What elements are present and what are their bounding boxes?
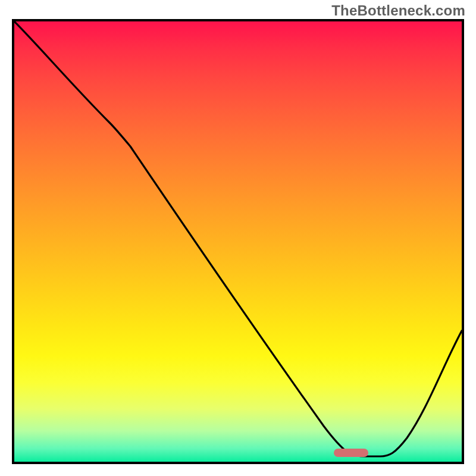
bottleneck-curve-path xyxy=(14,21,462,456)
optimal-marker xyxy=(334,449,368,457)
attribution-text: TheBottleneck.com xyxy=(331,2,465,19)
curve-layer xyxy=(14,21,462,462)
plot-area xyxy=(12,19,464,464)
chart-frame: TheBottleneck.com xyxy=(0,0,476,476)
